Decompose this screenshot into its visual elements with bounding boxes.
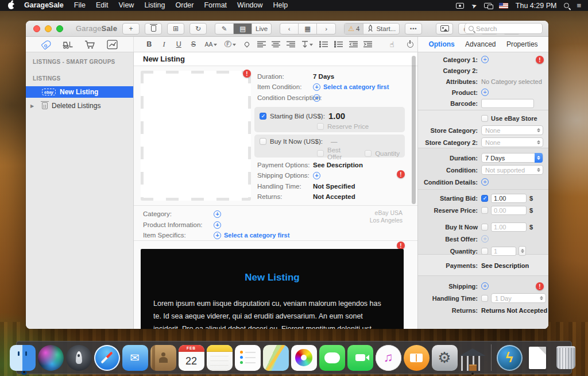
dock-reminders[interactable] (235, 345, 261, 371)
more-actions-button[interactable]: ••• (405, 23, 422, 34)
dock-calendar[interactable]: FEB22 (179, 345, 204, 371)
dock-document[interactable] (525, 345, 551, 371)
disclosure-triangle-icon[interactable]: ▶ (30, 103, 34, 109)
add-product-info-icon[interactable] (214, 221, 221, 229)
line-height-button[interactable] (298, 41, 316, 48)
menu-help[interactable]: Help (268, 0, 293, 11)
align-left-button[interactable] (254, 41, 269, 48)
revise-button[interactable]: ↻ (189, 23, 207, 34)
dock-ibooks[interactable] (404, 345, 430, 371)
add-condition-description-icon[interactable] (313, 94, 320, 102)
vertical-scrollbar[interactable] (412, 56, 416, 204)
zoom-button[interactable] (56, 25, 63, 32)
quantity-checkbox[interactable] (365, 150, 372, 157)
dock-finder[interactable] (10, 345, 36, 371)
numbered-list-button[interactable] (331, 41, 346, 48)
menu-format[interactable]: Format (199, 0, 232, 11)
screen-sharing-icon[interactable] (456, 3, 464, 9)
dock-garagesale[interactable] (460, 345, 486, 371)
grid-view-button[interactable]: ▦ (299, 24, 317, 34)
dock-itunes[interactable]: ♫ (376, 345, 401, 371)
condition-popup[interactable]: Not supported (481, 165, 543, 175)
reserve-price-input[interactable] (491, 206, 527, 215)
add-category-icon[interactable] (214, 210, 221, 218)
remote-cursor-icon[interactable]: ➤ (470, 2, 477, 9)
add-shipping-icon[interactable] (481, 282, 489, 290)
dock-siri[interactable] (38, 345, 64, 371)
underline-button[interactable]: U (171, 40, 186, 48)
start-button[interactable]: Start... (363, 24, 399, 34)
new-listing-button[interactable]: + (122, 23, 140, 34)
us-flag-input-icon[interactable] (499, 3, 508, 9)
add-shipping-icon[interactable] (313, 172, 320, 179)
minimize-button[interactable] (45, 25, 52, 32)
quantity-checkbox[interactable] (481, 248, 488, 255)
listings-tag-icon[interactable] (41, 39, 52, 50)
previous-button[interactable]: ‹ (280, 24, 299, 34)
edit-mode-button[interactable]: ✎ (215, 24, 234, 34)
delete-button[interactable] (145, 23, 162, 34)
reserve-price-checkbox[interactable] (481, 207, 488, 214)
live-mode-button[interactable]: Live (252, 24, 271, 34)
store-category2-popup[interactable]: None (481, 137, 543, 147)
buy-it-now-checkbox[interactable] (481, 224, 488, 231)
starting-bid-input[interactable] (491, 194, 527, 203)
add-condition-details-icon[interactable] (481, 178, 489, 186)
dock-safari[interactable] (94, 345, 120, 371)
add-best-offer-icon[interactable] (481, 235, 489, 243)
sidebar-item-deleted-listings[interactable]: ▶ Deleted Listings (26, 100, 133, 112)
handling-time-popup[interactable]: 1 Day (491, 293, 546, 303)
menu-listing[interactable]: Listing (139, 0, 170, 11)
dock-contacts[interactable] (150, 345, 176, 371)
menu-app[interactable]: GarageSale (19, 0, 69, 11)
menu-file[interactable]: File (69, 0, 91, 11)
dock-photos[interactable] (291, 345, 317, 371)
reserve-price-checkbox[interactable] (317, 123, 324, 130)
starting-bid-checkbox[interactable] (260, 113, 266, 120)
select-category-link[interactable]: Select a category first (323, 83, 389, 90)
next-button[interactable]: › (317, 24, 335, 34)
tab-advanced[interactable]: Advanced (465, 40, 496, 48)
dock-messages[interactable] (319, 345, 345, 371)
barcode-input[interactable] (481, 99, 534, 108)
search-input[interactable] (476, 25, 533, 32)
dock-launchpad[interactable] (66, 345, 92, 371)
duration-popup[interactable]: 7 Days (481, 153, 543, 163)
dock-system-preferences[interactable]: ⚙ (432, 345, 458, 371)
menu-clock[interactable]: Thu 4:29 PM (516, 2, 557, 10)
indent-button[interactable] (361, 41, 376, 48)
add-category1-icon[interactable] (481, 56, 489, 63)
italic-button[interactable]: I (157, 40, 172, 49)
image-drop-placeholder[interactable] (141, 71, 251, 201)
apple-menu-icon[interactable] (8, 2, 14, 9)
dock-notes[interactable] (207, 345, 233, 371)
add-condition-icon[interactable] (313, 83, 320, 91)
bold-button[interactable]: B (142, 40, 157, 48)
dock-trash[interactable] (553, 345, 579, 371)
add-item-specifics-icon[interactable] (214, 232, 221, 239)
sidebar-item-new-listing[interactable]: ebay New Listing (26, 86, 133, 98)
tab-properties[interactable]: Properties (506, 40, 538, 48)
font-size-button[interactable]: AA (201, 41, 222, 48)
align-right-button[interactable] (284, 41, 299, 48)
interactive-mode-button[interactable]: ☝ (385, 40, 400, 49)
select-category-link[interactable]: Select a category first (224, 232, 289, 239)
spotlight-icon[interactable] (564, 3, 569, 8)
media-browser-button[interactable] (436, 23, 453, 34)
font-panel-button[interactable]: Ⓕ (221, 40, 239, 49)
menu-window[interactable]: Window (232, 0, 268, 11)
store-category-popup[interactable]: None (481, 125, 543, 135)
preview-mode-button[interactable]: ▤ (234, 24, 252, 34)
best-offer-checkbox[interactable] (317, 150, 324, 157)
toggle-source-button[interactable] (403, 41, 417, 48)
notification-center-icon[interactable]: ≡ (577, 2, 581, 9)
starting-bid-checkbox[interactable] (481, 195, 488, 202)
add-product-icon[interactable] (481, 89, 489, 96)
strikethrough-button[interactable]: S (186, 40, 201, 48)
orders-forklift-icon[interactable] (62, 40, 74, 49)
text-color-button[interactable] (239, 42, 254, 47)
dock-facetime[interactable] (347, 345, 373, 371)
menu-order[interactable]: Order (171, 0, 199, 11)
close-button[interactable] (33, 25, 40, 32)
duplicate-button[interactable]: ⊞ (167, 23, 184, 34)
